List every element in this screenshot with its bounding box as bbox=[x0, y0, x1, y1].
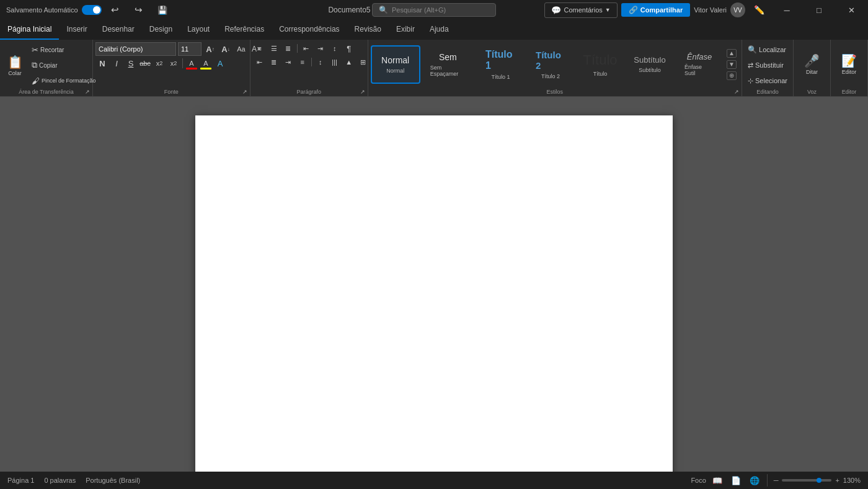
tab-revisao[interactable]: Revisão bbox=[347, 20, 389, 40]
strikethrough-button[interactable]: abc bbox=[138, 57, 152, 70]
shrink-font-button[interactable]: A↓ bbox=[219, 43, 232, 55]
styles-scroll-up[interactable]: ▲ bbox=[727, 49, 737, 58]
columns-button[interactable]: ||| bbox=[328, 56, 342, 68]
increase-indent-button[interactable]: ⇥ bbox=[314, 42, 327, 55]
status-bar: Página 1 0 palavras Português (Brasil) F… bbox=[0, 472, 868, 489]
ditar-button[interactable]: 🎤 Ditar bbox=[799, 42, 825, 86]
text-effects-button[interactable]: A bbox=[213, 57, 227, 70]
zoom-in-button[interactable]: + bbox=[835, 477, 839, 484]
styles-scroll-down[interactable]: ▼ bbox=[727, 60, 737, 69]
microphone-icon: 🎤 bbox=[804, 53, 820, 68]
avatar[interactable]: VV bbox=[730, 2, 745, 17]
font-name-select[interactable]: Calibri (Corpo) bbox=[95, 42, 176, 56]
subscript-button[interactable]: x2 bbox=[153, 57, 166, 70]
show-marks-button[interactable]: ¶ bbox=[342, 42, 356, 55]
read-mode-button[interactable]: 📖 bbox=[711, 474, 724, 487]
bold-button[interactable]: N bbox=[95, 57, 109, 70]
paragraph-label: Parágrafo bbox=[250, 88, 368, 95]
clipboard-expand[interactable]: ↗ bbox=[85, 89, 90, 95]
comments-button[interactable]: 💬 Comentários ▼ bbox=[544, 2, 617, 18]
paste-button[interactable]: 📋 Colar bbox=[2, 42, 27, 88]
style-sem-espacamento[interactable]: SemSem Espaçamer bbox=[420, 45, 476, 84]
autosave-toggle[interactable] bbox=[82, 5, 102, 15]
focus-view-button[interactable]: Foco bbox=[693, 474, 705, 487]
editor-button[interactable]: 📝 Editor bbox=[836, 42, 862, 86]
style-titulo[interactable]: TítuloTítulo bbox=[575, 45, 625, 84]
clipboard-label: Área de Transferência bbox=[0, 88, 92, 95]
search-box[interactable]: 🔍 Pesquisar (Alt+G) bbox=[372, 3, 496, 17]
maximize-button[interactable]: □ bbox=[805, 0, 833, 20]
justify-button[interactable]: ≡ bbox=[296, 56, 309, 68]
font-expand[interactable]: ↗ bbox=[242, 89, 247, 95]
editor-label: Editor bbox=[831, 88, 867, 95]
font-size-select[interactable]: 11 bbox=[178, 42, 202, 56]
editor-group: 📝 Editor Editor bbox=[831, 40, 868, 96]
save-button[interactable]: 💾 bbox=[153, 0, 172, 20]
tab-layout[interactable]: Layout bbox=[180, 20, 217, 40]
paragraph-expand[interactable]: ↗ bbox=[360, 89, 365, 95]
align-right-button[interactable]: ⇥ bbox=[281, 56, 295, 68]
align-left-button[interactable]: ⇤ bbox=[253, 56, 267, 68]
highlight-color-button[interactable]: A bbox=[199, 57, 213, 70]
document-area[interactable] bbox=[0, 97, 868, 472]
bullets-button[interactable]: ≡ bbox=[253, 42, 267, 55]
format-painter-icon: 🖌 bbox=[32, 76, 40, 86]
tab-referencias[interactable]: Referências bbox=[217, 20, 272, 40]
numbering-button[interactable]: ☰ bbox=[267, 42, 281, 55]
close-button[interactable]: ✕ bbox=[837, 0, 866, 20]
undo-button[interactable]: ↩ bbox=[105, 0, 125, 20]
ribbon: 📋 Colar ✂ Recortar ⧉ Copiar 🖌 Pincel de … bbox=[0, 40, 868, 97]
sort-button[interactable]: ↕ bbox=[328, 42, 342, 55]
style-normal[interactable]: NormalNormal bbox=[371, 45, 420, 84]
style-enfase-sutil[interactable]: ÊnfaseÊnfase Sutil bbox=[675, 45, 724, 84]
tab-exibir[interactable]: Exibir bbox=[389, 20, 422, 40]
line-spacing-button[interactable]: ↕ bbox=[314, 56, 327, 68]
tab-pagina-inicial[interactable]: Página Inicial bbox=[0, 20, 59, 40]
style-label-enfase-sutil: Ênfase Sutil bbox=[684, 64, 714, 76]
editing-group: 🔍 Localizar ⇄ Substituir ⊹ Selecionar Ed… bbox=[742, 40, 794, 96]
redo-button[interactable]: ↪ bbox=[129, 0, 149, 20]
ribbon-tabs-bar: Página InicialInserirDesenharDesignLayou… bbox=[0, 20, 868, 40]
cut-button[interactable]: ✂ Recortar bbox=[29, 42, 99, 57]
change-case-button[interactable]: Aa bbox=[234, 43, 248, 55]
tab-correspondencias[interactable]: Correspondências bbox=[272, 20, 347, 40]
select-button[interactable]: ⊹ Selecionar bbox=[745, 73, 790, 88]
print-layout-button[interactable]: 📄 bbox=[730, 474, 742, 487]
font-color-button[interactable]: A bbox=[185, 57, 198, 70]
multilevel-button[interactable]: ≣ bbox=[281, 42, 295, 55]
tab-inserir[interactable]: Inserir bbox=[59, 20, 94, 40]
minimize-button[interactable]: ─ bbox=[773, 0, 801, 20]
zoom-control[interactable]: ─ + 130% bbox=[774, 477, 861, 484]
style-label-titulo2: Título 2 bbox=[541, 73, 560, 79]
style-titulo2[interactable]: Título 2Título 2 bbox=[526, 45, 575, 84]
grow-font-button[interactable]: A↑ bbox=[203, 43, 217, 55]
styles-expand[interactable]: ↗ bbox=[734, 89, 739, 95]
draw-mode-button[interactable]: ✏️ bbox=[749, 0, 769, 20]
copy-icon: ⧉ bbox=[32, 60, 37, 70]
tab-desenhar[interactable]: Desenhar bbox=[95, 20, 142, 40]
tab-ajuda[interactable]: Ajuda bbox=[422, 20, 456, 40]
find-button[interactable]: 🔍 Localizar bbox=[745, 42, 789, 57]
page-indicator: Página 1 bbox=[7, 477, 34, 484]
style-preview-titulo: Título bbox=[583, 52, 618, 68]
italic-button[interactable]: I bbox=[110, 57, 123, 70]
editing-label: Editando bbox=[742, 88, 793, 95]
underline-button[interactable]: S bbox=[124, 57, 138, 70]
font-label: Fonte bbox=[93, 88, 250, 95]
styles-more[interactable]: ⊕ bbox=[727, 71, 737, 80]
copy-button[interactable]: ⧉ Copiar bbox=[29, 58, 99, 73]
replace-button[interactable]: ⇄ Substituir bbox=[745, 58, 787, 73]
format-painter-button[interactable]: 🖌 Pincel de Formatação bbox=[29, 73, 99, 88]
align-center-button[interactable]: ≣ bbox=[267, 56, 281, 68]
decrease-indent-button[interactable]: ⇤ bbox=[299, 42, 313, 55]
document-page[interactable] bbox=[195, 115, 673, 472]
clipboard-group: 📋 Colar ✂ Recortar ⧉ Copiar 🖌 Pincel de … bbox=[0, 40, 93, 96]
shading-button[interactable]: ▲ bbox=[342, 56, 356, 68]
tab-design[interactable]: Design bbox=[142, 20, 180, 40]
style-subtitulo[interactable]: SubtítuloSubtítulo bbox=[625, 45, 675, 84]
superscript-button[interactable]: x2 bbox=[167, 57, 180, 70]
share-button[interactable]: 🔗 Compartilhar bbox=[621, 3, 690, 17]
zoom-out-button[interactable]: ─ bbox=[774, 477, 779, 484]
web-layout-button[interactable]: 🌐 bbox=[748, 474, 761, 487]
style-titulo1[interactable]: Título 1Título 1 bbox=[476, 45, 526, 84]
